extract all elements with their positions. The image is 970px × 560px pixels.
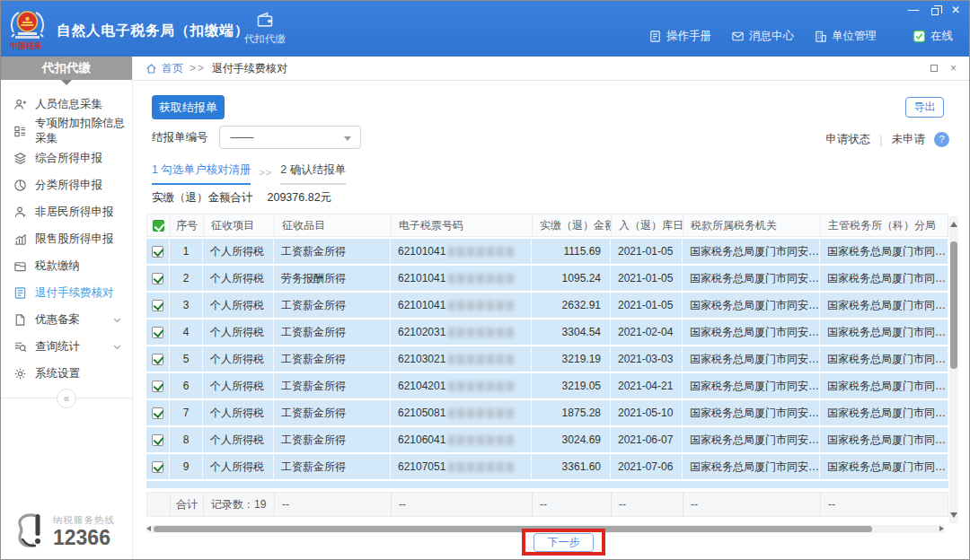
sidebar-item-refund-fee-check[interactable]: 退付手续费核对: [1, 279, 132, 306]
wallet-icon: [13, 259, 27, 273]
masked-digits: [448, 301, 515, 311]
table-body: 1个人所得税工资薪金所得621010411115.692021-01-05国家税…: [146, 239, 948, 479]
row-checkbox[interactable]: [152, 434, 163, 446]
cell-ticket-number: 62102031: [391, 319, 532, 345]
statement-no-select[interactable]: ——: [219, 126, 361, 149]
cell-date: 2021-06-07: [611, 427, 683, 452]
cell-bureau: 国家税务总局厦门市同安区...: [820, 373, 948, 398]
scroll-up-icon[interactable]: [950, 222, 957, 227]
chevron-down-icon: [113, 340, 121, 353]
sidebar-item-label: 税款缴纳: [35, 258, 80, 274]
topbar: 中国税务 自然人电子税务局（扣缴端） 代扣代缴 操作手册 消息中: [1, 1, 969, 57]
row-checkbox[interactable]: [152, 273, 163, 284]
next-step-button[interactable]: 下一步: [534, 533, 594, 552]
vertical-scroll-thumb[interactable]: [950, 241, 957, 369]
cell-seq: 1: [170, 239, 203, 264]
row-checkbox[interactable]: [152, 327, 163, 338]
hotline-block: 纳税服务热线 12366: [12, 509, 115, 550]
help-icon[interactable]: ?: [934, 132, 949, 147]
person-add-icon: [13, 98, 27, 111]
sidebar-item-nonresident-income[interactable]: 非居民所得申报: [1, 198, 132, 225]
app-window: 中国税务 自然人电子税务局（扣缴端） 代扣代缴 操作手册 消息中: [0, 0, 970, 560]
restore-icon[interactable]: [931, 8, 939, 15]
column-header: 征收项目: [204, 214, 275, 236]
scroll-down-icon[interactable]: [950, 512, 957, 518]
cell-bureau: 国家税务总局厦门市同安区...: [820, 293, 948, 318]
ticket-prefix: 62107051: [398, 460, 445, 473]
sidebar-collapse-button[interactable]: «: [57, 389, 76, 408]
org-management-link[interactable]: 单位管理: [814, 29, 877, 44]
tab-withholding-module[interactable]: 代扣代缴: [237, 11, 293, 46]
fetch-statement-button[interactable]: 获取结报单: [152, 95, 225, 119]
gear-icon: [13, 367, 27, 381]
row-checkbox[interactable]: [152, 246, 163, 258]
status-divider: |: [879, 134, 882, 146]
cell-authority: 国家税务总局厦门市同安区...: [683, 266, 820, 291]
cell-bureau: 国家税务总局厦门市同安区...: [820, 266, 948, 291]
cell-ticket-number: 62104201: [391, 373, 532, 398]
status-label: 申请状态: [825, 132, 870, 147]
tab-step2-confirm-statement[interactable]: 2 确认结报单: [280, 162, 346, 185]
sidebar-item-restricted-shares[interactable]: 限售股所得申报: [1, 225, 132, 252]
footer-dash: --: [821, 493, 949, 516]
sidebar-item-special-deduction[interactable]: 专项附加扣除信息采集: [1, 118, 132, 144]
scroll-left-icon[interactable]: [146, 526, 151, 531]
logo-caption: 中国税务: [10, 41, 43, 50]
amount-summary: 实缴（退）金额合计209376.82元: [152, 190, 331, 206]
doc-icon: [13, 313, 27, 327]
row-checkbox[interactable]: [152, 300, 163, 311]
footer-dash: --: [392, 493, 533, 516]
masked-digits: [448, 247, 515, 257]
sidebar-item-preference-filing[interactable]: 优惠备案: [1, 306, 132, 333]
online-label: 在线: [930, 29, 953, 44]
online-status[interactable]: 在线: [913, 29, 953, 44]
horizontal-scroll-thumb[interactable]: [154, 526, 872, 532]
sidebar-item-query-statistics[interactable]: 查询统计: [1, 333, 132, 360]
tab-restore-icon[interactable]: [930, 65, 938, 72]
masked-digits: [448, 328, 515, 337]
vertical-scrollbar[interactable]: [949, 216, 958, 523]
cell-bureau: 国家税务总局厦门市同安区...: [820, 239, 948, 264]
ticket-prefix: 62101041: [398, 299, 445, 311]
tab-step1-check-list[interactable]: 1 勾选单户核对清册: [152, 162, 251, 185]
cell-amount: 2632.91: [532, 293, 611, 318]
cell-amount: 1095.24: [532, 266, 611, 291]
close-icon[interactable]: ✕: [951, 4, 960, 15]
cell-project: 个人所得税: [203, 373, 274, 398]
sidebar-item-personnel-info[interactable]: 人员信息采集: [1, 91, 132, 118]
sidebar-item-classified-income[interactable]: 分类所得申报: [1, 171, 132, 198]
row-checkbox[interactable]: [152, 381, 163, 392]
cell-amount: 3361.60: [532, 454, 611, 479]
column-header: 税款所属税务机关: [683, 214, 821, 236]
breadcrumb-home-link[interactable]: 首页: [162, 61, 183, 76]
hotline-operator-icon: [12, 509, 49, 550]
cell-date: 2021-01-05: [611, 239, 683, 264]
row-checkbox-cell: [146, 319, 170, 345]
manual-link[interactable]: 操作手册: [648, 29, 711, 44]
footer-total-label: 合计: [171, 493, 204, 516]
tab-close-icon[interactable]: ×: [950, 62, 957, 74]
cell-amount: 3024.69: [532, 427, 611, 452]
cell-item: 劳务报酬所得: [274, 266, 391, 291]
cell-amount: 3219.19: [532, 346, 611, 372]
scroll-right-icon[interactable]: [939, 526, 944, 531]
export-button[interactable]: 导出: [905, 97, 944, 118]
row-checkbox[interactable]: [152, 407, 163, 419]
row-checkbox[interactable]: [152, 461, 163, 473]
amount-summary-value: 209376.82元: [268, 191, 332, 204]
home-icon[interactable]: [146, 63, 157, 74]
manual-label: 操作手册: [666, 29, 711, 44]
message-center-link[interactable]: 消息中心: [731, 29, 794, 44]
select-all-checkbox[interactable]: [153, 220, 164, 232]
minimize-icon[interactable]: —: [908, 4, 919, 15]
cell-seq: 2: [170, 266, 203, 291]
sidebar-item-tax-payment[interactable]: 税款缴纳: [1, 252, 132, 279]
cell-date: 2021-02-04: [611, 319, 683, 345]
sidebar-item-system-settings[interactable]: 系统设置: [1, 360, 132, 387]
cell-item: 工资薪金所得: [274, 346, 391, 372]
sidebar-item-label: 限售股所得申报: [35, 232, 114, 247]
row-checkbox[interactable]: [152, 354, 163, 365]
sidebar-item-label: 查询统计: [35, 339, 80, 354]
sidebar-item-comprehensive-income[interactable]: 综合所得申报: [1, 144, 132, 171]
footer-record-count: 记录数：19: [204, 493, 275, 516]
